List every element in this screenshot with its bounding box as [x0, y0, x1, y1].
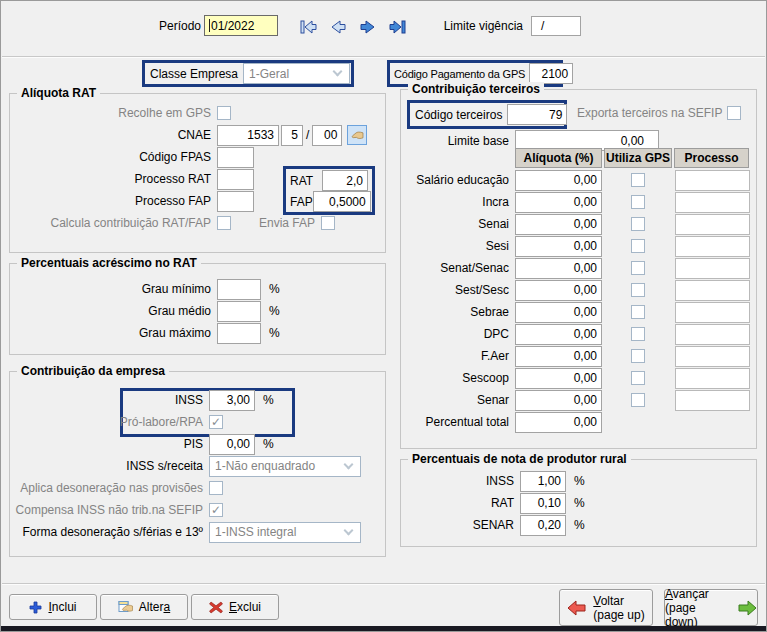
terceiros-utiliza-gps-checkbox[interactable] [631, 217, 645, 231]
periodo-input[interactable]: 01/2022 [204, 15, 278, 36]
terceiros-aliquota-field[interactable]: 0,00 [515, 324, 602, 345]
rural-row: INSS1,00% [401, 470, 756, 492]
codigo-gps-field[interactable]: 2100 [529, 63, 573, 84]
rural-field[interactable]: 0,10 [520, 493, 566, 514]
aplica-desoneracao-checkbox[interactable] [209, 481, 223, 495]
terceiros-row-label: Incra [401, 195, 515, 209]
recolhe-gps-label: Recolhe em GPS [10, 106, 217, 120]
chevron-down-icon [333, 67, 343, 77]
terceiros-processo-field[interactable] [675, 170, 750, 191]
terceiros-gps-cell [604, 217, 672, 231]
inclui-button[interactable]: Inclui [9, 594, 97, 620]
terceiros-row: Sebrae0,00 [401, 302, 750, 322]
terceiros-aliquota-field[interactable]: 0,00 [515, 302, 602, 323]
terceiros-gps-cell [604, 393, 672, 407]
envia-fap-checkbox[interactable] [321, 216, 335, 230]
terceiros-gps-cell [604, 261, 672, 275]
terceiros-utiliza-gps-checkbox[interactable] [631, 261, 645, 275]
terceiros-aliquota-field[interactable]: 0,00 [515, 192, 602, 213]
next-record-button[interactable] [357, 16, 379, 38]
prolabore-checkbox[interactable] [209, 415, 223, 429]
exclui-button[interactable]: Exclui [191, 594, 279, 620]
terceiros-processo-field[interactable] [675, 324, 750, 345]
terceiros-utiliza-gps-checkbox[interactable] [631, 393, 645, 407]
codigo-terceiros-field[interactable]: 79 [507, 104, 567, 125]
exporta-sefip-checkbox[interactable] [727, 106, 741, 120]
top-divider [2, 56, 765, 58]
rural-rows: INSS1,00%RAT0,10%SENAR0,20% [401, 470, 756, 536]
aplica-desoneracao-label: Aplica desoneração nas provisões [10, 481, 209, 495]
terceiros-aliquota-field[interactable]: 0,00 [515, 280, 602, 301]
terceiros-processo-field[interactable] [675, 192, 750, 213]
terceiros-utiliza-gps-checkbox[interactable] [631, 305, 645, 319]
terceiros-processo-field[interactable] [675, 214, 750, 235]
classe-empresa-select[interactable]: 1-Geral [243, 63, 350, 84]
terceiros-processo-field[interactable] [675, 236, 750, 257]
last-record-button[interactable] [387, 16, 409, 38]
terceiros-aliquota-field[interactable]: 0,00 [515, 214, 602, 235]
terceiros-aliquota-field[interactable]: 0,00 [515, 170, 602, 191]
inss-receita-select[interactable]: 1-Não enquadrado [209, 456, 361, 477]
group-title: Percentuais acréscimo no RAT [17, 256, 201, 270]
terceiros-aliquota-field[interactable]: 0,00 [515, 368, 602, 389]
processo-fap-field[interactable] [217, 191, 254, 212]
rural-label: SENAR [401, 518, 520, 532]
terceiros-utiliza-gps-checkbox[interactable] [631, 239, 645, 253]
codigo-fpas-field[interactable] [217, 147, 254, 168]
inss-field[interactable]: 3,00 [209, 390, 255, 411]
voltar-button-sublabel: (page up) [593, 608, 644, 622]
group-contribuicao-empresa: Contribuição da empresa INSS 3,00 % Pró-… [9, 371, 386, 557]
bottom-bar [1, 626, 766, 631]
voltar-page-up-button[interactable]: Voltar (page up) [559, 589, 653, 626]
calcula-rat-fap-checkbox[interactable] [217, 216, 231, 230]
terceiros-utiliza-gps-checkbox[interactable] [631, 371, 645, 385]
percentual-total-field: 0,00 [515, 412, 602, 433]
terceiros-processo-field[interactable] [675, 390, 750, 411]
terceiros-aliquota-field[interactable]: 0,00 [515, 236, 602, 257]
compensa-inss-checkbox[interactable] [209, 503, 223, 517]
terceiros-utiliza-gps-checkbox[interactable] [631, 349, 645, 363]
terceiros-processo-field[interactable] [675, 346, 750, 367]
cnae-label: CNAE [10, 128, 217, 142]
rural-field[interactable]: 1,00 [520, 471, 566, 492]
terceiros-aliquota-field[interactable]: 0,00 [515, 390, 602, 411]
percent-suffix: % [263, 393, 274, 407]
rural-field[interactable]: 0,20 [520, 515, 566, 536]
grau-field[interactable] [217, 301, 261, 322]
previous-record-button[interactable] [327, 16, 349, 38]
cnae-code-field[interactable]: 1533 [217, 125, 279, 146]
forma-desoneracao-select[interactable]: 1-INSS integral [209, 522, 361, 543]
terceiros-processo-field[interactable] [675, 280, 750, 301]
terceiros-utiliza-gps-checkbox[interactable] [631, 283, 645, 297]
grau-field[interactable] [217, 323, 261, 344]
terceiros-processo-field[interactable] [675, 302, 750, 323]
avancar-page-down-button[interactable]: Avançar (page down) [664, 589, 758, 626]
processo-rat-field[interactable] [217, 169, 254, 190]
terceiros-processo-field[interactable] [675, 258, 750, 279]
column-header-utiliza-gps: Utiliza GPS [604, 148, 672, 168]
limite-vigencia-label: Limite vigência [439, 19, 523, 33]
classe-empresa-label: Classe Empresa [145, 67, 243, 81]
recolhe-gps-checkbox[interactable] [217, 106, 231, 120]
pis-field[interactable]: 0,00 [209, 434, 255, 455]
limite-vigencia-input[interactable]: / [531, 16, 581, 36]
periodo-label: Período [121, 19, 201, 33]
first-record-button[interactable] [297, 16, 319, 38]
grau-field[interactable] [217, 279, 261, 300]
terceiros-processo-field[interactable] [675, 368, 750, 389]
codigo-terceiros-highlight: Código terceiros 79 [407, 100, 567, 129]
terceiros-aliquota-field[interactable]: 0,00 [515, 346, 602, 367]
periodo-value: 01/2022 [211, 19, 254, 33]
terceiros-aliquota-field[interactable]: 0,00 [515, 258, 602, 279]
cnae-suffix-field[interactable]: 00 [312, 125, 342, 146]
cnae-digit-field[interactable]: 5 [281, 125, 303, 146]
group-title: Alíquota RAT [17, 86, 100, 100]
terceiros-utiliza-gps-checkbox[interactable] [631, 195, 645, 209]
terceiros-utiliza-gps-checkbox[interactable] [631, 173, 645, 187]
altera-button[interactable]: Altera [100, 594, 188, 620]
terceiros-row-label: Sescoop [401, 371, 515, 385]
terceiros-utiliza-gps-checkbox[interactable] [631, 327, 645, 341]
cnae-lookup-button[interactable] [347, 125, 367, 145]
forma-desoneracao-label: Forma desoneração s/férias e 13º [10, 525, 209, 539]
group-contribuicao-terceiros: Contribuição terceiros Código terceiros … [400, 89, 757, 449]
